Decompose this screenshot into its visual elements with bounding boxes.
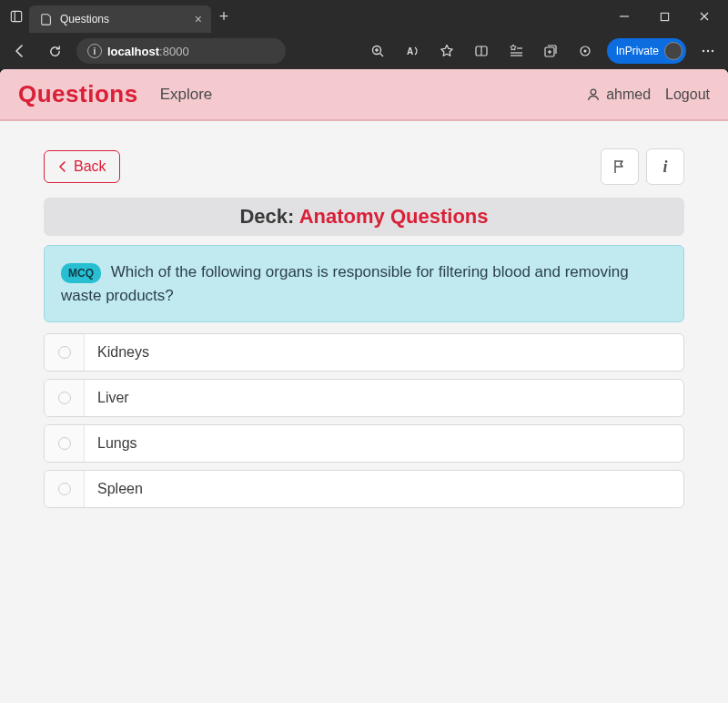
page-viewport: Questions Explore ahmed Logout Back [0,69,728,703]
logout-link[interactable]: Logout [665,87,710,103]
chevron-left-icon [57,161,68,172]
tab-title: Questions [60,13,109,25]
option-row[interactable]: Kidneys [44,333,684,372]
nav-explore-link[interactable]: Explore [160,86,213,104]
split-screen-icon[interactable] [469,38,494,64]
tab-close-icon[interactable]: × [195,12,202,26]
site-info-icon[interactable]: i [87,44,102,58]
svg-point-24 [591,89,596,95]
option-row[interactable]: Spleen [44,470,684,508]
deck-prefix-label: Deck: [239,205,298,228]
nav-refresh-button[interactable] [42,38,67,64]
site-header: Questions Explore ahmed Logout [0,69,728,121]
radio-icon [58,346,71,359]
back-button[interactable]: Back [44,150,120,183]
more-menu-icon[interactable] [695,38,721,64]
flag-button[interactable] [601,148,639,185]
browser-chrome: Questions × + i localhost:8000 A [0,0,728,69]
question-text: Which of the following organs is respons… [61,263,629,304]
tab-actions-icon[interactable] [4,10,29,23]
option-radio[interactable] [45,471,85,507]
browser-toolbar: i localhost:8000 A InPrivate [0,33,728,69]
favorite-star-icon[interactable] [434,38,460,64]
content-area: Back i Deck: Anatomy Questions MCQ Which… [0,121,728,535]
svg-line-7 [379,54,383,57]
svg-point-21 [703,50,704,52]
browser-titlebar: Questions × + [0,0,728,33]
radio-icon [58,483,71,495]
option-row[interactable]: Lungs [44,424,684,463]
brand-logo[interactable]: Questions [18,80,138,108]
option-radio[interactable] [45,334,85,371]
deck-name-label: Anatomy Questions [299,205,489,228]
option-label: Kidneys [85,334,683,371]
option-radio[interactable] [45,380,85,416]
svg-point-22 [707,50,709,52]
tab-favicon-icon [40,13,53,25]
option-label: Liver [85,380,683,416]
window-maximize-button[interactable] [644,0,684,33]
radio-icon [58,392,71,404]
deck-title-bar: Deck: Anatomy Questions [44,198,684,236]
question-type-badge: MCQ [61,263,101,283]
options-list: Kidneys Liver Lungs Spleen [44,333,684,508]
user-icon [586,87,601,102]
option-radio[interactable] [45,425,85,462]
address-port: :8000 [159,45,189,58]
favorites-list-icon[interactable] [503,38,529,64]
info-button[interactable]: i [646,148,684,185]
question-card: MCQ Which of the following organs is res… [44,245,684,322]
svg-rect-0 [11,11,21,21]
svg-point-23 [712,50,713,52]
address-bar[interactable]: i localhost:8000 [76,38,286,64]
flag-icon [612,158,628,175]
extensions-icon[interactable] [572,38,598,64]
inprivate-label: InPrivate [616,45,659,57]
svg-rect-3 [661,13,668,20]
svg-text:A: A [407,46,413,56]
nav-back-button[interactable] [7,38,33,64]
inprivate-indicator[interactable]: InPrivate [607,38,686,64]
svg-point-20 [583,50,586,53]
zoom-icon[interactable] [365,38,390,64]
window-minimize-button[interactable] [604,0,644,33]
collections-icon[interactable] [538,38,563,64]
option-label: Lungs [85,425,683,462]
window-close-button[interactable] [684,0,724,33]
radio-icon [58,437,71,450]
option-label: Spleen [85,471,683,507]
address-host: localhost [107,45,159,58]
option-row[interactable]: Liver [44,379,684,417]
toolbar-row: Back i [44,148,684,185]
username-label: ahmed [606,87,651,103]
read-aloud-icon[interactable]: A [399,38,425,64]
user-profile-link[interactable]: ahmed [586,87,651,103]
info-icon: i [662,158,667,177]
back-button-label: Back [74,158,106,175]
window-controls [604,0,724,33]
new-tab-button[interactable]: + [211,7,237,26]
browser-tab[interactable]: Questions × [29,5,211,33]
profile-avatar-icon [664,42,682,60]
